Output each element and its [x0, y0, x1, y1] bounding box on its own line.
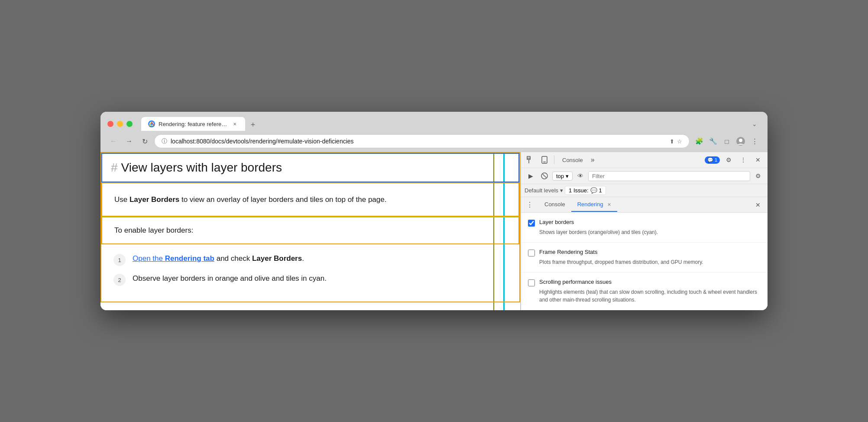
stop-button[interactable]: [538, 170, 551, 182]
address-input[interactable]: ⓘ localhost:8080/docs/devtools/rendering…: [154, 134, 690, 148]
stop-icon: [541, 172, 548, 179]
tab-bar: Rendering: feature reference - ✕ +: [141, 117, 743, 131]
step-1-number: 1: [113, 254, 126, 266]
frame-rendering-title: Frame Rendering Stats: [539, 249, 597, 255]
maximize-traffic-light[interactable]: [126, 121, 133, 127]
profile-icon[interactable]: [735, 135, 747, 147]
user-avatar-icon: [736, 137, 745, 146]
info-icon: ⓘ: [162, 137, 167, 145]
bookmark-icon[interactable]: ☆: [677, 138, 682, 145]
svg-line-11: [543, 174, 546, 178]
frame-rendering-checkbox[interactable]: [528, 250, 535, 256]
url-text: localhost:8080/docs/devtools/rendering/#…: [171, 138, 666, 145]
window-menu-button[interactable]: ⌄: [748, 119, 761, 129]
page-description-section: Use Layer Borders to view an overlay of …: [101, 182, 519, 217]
svg-rect-9: [543, 162, 546, 162]
layer-borders-checkbox[interactable]: [528, 220, 535, 227]
page-heading-section: # View layers with layer borders: [101, 153, 519, 182]
devtools-tabs-row: ⋮ Console Rendering ✕ ✕: [521, 197, 768, 213]
levels-select[interactable]: Default levels ▾: [525, 187, 563, 194]
toolbar-separator: [554, 156, 554, 164]
page-instruction-text: To enable layer borders:: [114, 226, 506, 235]
devtools-settings-button[interactable]: ⚙: [722, 154, 735, 166]
page-heading: # View layers with layer borders: [111, 161, 510, 175]
page-inner-border: # View layers with layer borders Use Lay…: [100, 152, 520, 302]
tab-title: Rendering: feature reference -: [159, 121, 228, 127]
step-2-text: Observe layer borders in orange and oliv…: [133, 273, 327, 284]
tabs-more-menu[interactable]: ⋮: [525, 197, 535, 212]
eye-icon-button[interactable]: 👁: [574, 170, 586, 182]
scrolling-performance-title: Scrolling performance issues: [539, 279, 612, 285]
notification-icon: 💬: [707, 157, 713, 163]
device-toolbar-button[interactable]: [538, 154, 551, 166]
run-button[interactable]: ▶: [525, 170, 537, 182]
devtools-more-menu[interactable]: ⋮: [737, 154, 749, 166]
filter-settings-button[interactable]: ⚙: [752, 170, 764, 182]
inspect-element-button[interactable]: [525, 154, 537, 166]
chrome-favicon-icon: [148, 120, 155, 127]
devtools-toolbar-1: Console » 💬 1 ⚙ ⋮ ✕: [521, 152, 768, 168]
layer-borders-description: Shows layer borders (orange/olive) and t…: [528, 228, 761, 236]
scrolling-performance-header: Scrolling performance issues: [528, 279, 761, 286]
devtools-tab-panel-close[interactable]: ✕: [752, 200, 764, 210]
share-icon[interactable]: ⬆: [670, 138, 674, 145]
devtools-toolbar-3: Default levels ▾ 1 Issue: 💬 1: [521, 184, 768, 197]
forward-button[interactable]: →: [123, 135, 135, 147]
scrolling-performance-checkbox[interactable]: [528, 279, 535, 286]
notification-count: 1: [715, 157, 717, 162]
extension-icon[interactable]: 🔧: [707, 135, 719, 147]
active-tab[interactable]: Rendering: feature reference - ✕: [141, 117, 245, 131]
devtools-toolbar-2: ▶ top ▾ 👁 ⚙: [521, 168, 768, 184]
issues-icon: 💬: [590, 187, 597, 194]
main-area: # View layers with layer borders Use Lay…: [100, 152, 768, 310]
refresh-button[interactable]: ↻: [139, 135, 151, 147]
inspect-icon: [527, 156, 534, 164]
devtools-right-controls: 💬 1 ⚙ ⋮ ✕: [705, 154, 764, 166]
window-controls-right: ⌄: [748, 119, 761, 129]
minimize-traffic-light[interactable]: [117, 121, 123, 127]
layer-borders-title: Layer borders: [539, 219, 574, 225]
context-select[interactable]: top ▾: [552, 172, 573, 181]
frame-rendering-header: Frame Rendering Stats: [528, 249, 761, 256]
heading-text: View layers with layer borders: [121, 161, 282, 175]
devtools-rendering-content: Layer borders Shows layer borders (orang…: [521, 213, 768, 310]
step-2: 2 Observe layer borders in orange and ol…: [113, 273, 507, 286]
context-value: top: [556, 173, 564, 179]
page-steps-section: 1 Open the Rendering tab and check Layer…: [101, 243, 519, 302]
step-2-number: 2: [113, 274, 126, 286]
issues-label: 1 Issue:: [569, 187, 589, 194]
new-tab-button[interactable]: +: [247, 119, 259, 131]
context-arrow-icon: ▾: [566, 173, 569, 179]
scrolling-performance-description: Highlights elements (teal) that can slow…: [528, 288, 761, 304]
browser-window: Rendering: feature reference - ✕ + ⌄ ← →…: [100, 112, 768, 310]
page-instruction-section: To enable layer borders:: [101, 217, 519, 243]
frame-rendering-item: Frame Rendering Stats Plots frame throug…: [521, 243, 768, 273]
layer-borders-item: Layer borders Shows layer borders (orang…: [521, 213, 768, 243]
device-icon: [541, 156, 548, 164]
console-tab-label[interactable]: Console: [558, 155, 587, 165]
rendering-tab-close-icon[interactable]: ✕: [607, 202, 611, 207]
split-screen-icon[interactable]: □: [721, 135, 733, 147]
devtools-close-button[interactable]: ✕: [752, 154, 764, 166]
issues-badge[interactable]: 1 Issue: 💬 1: [565, 186, 606, 195]
close-traffic-light[interactable]: [107, 121, 113, 127]
frame-rendering-description: Plots frame throughput, dropped frames d…: [528, 258, 761, 266]
extensions-icon[interactable]: 🧩: [693, 135, 705, 147]
notification-badge[interactable]: 💬 1: [705, 156, 720, 164]
svg-point-4: [739, 139, 742, 142]
back-button[interactable]: ←: [107, 135, 120, 147]
filter-input[interactable]: [588, 171, 750, 181]
console-tab[interactable]: Console: [538, 198, 571, 212]
page-description-text: Use Layer Borders to view an overlay of …: [114, 194, 506, 205]
title-bar: Rendering: feature reference - ✕ + ⌄: [100, 112, 768, 131]
tab-close-button[interactable]: ✕: [231, 120, 238, 127]
scrolling-performance-item: Scrolling performance issues Highlights …: [521, 273, 768, 310]
step-1: 1 Open the Rendering tab and check Layer…: [113, 253, 507, 266]
rendering-tab-link[interactable]: Open the Rendering tab: [133, 254, 214, 263]
address-bar: ← → ↻ ⓘ localhost:8080/docs/devtools/ren…: [100, 131, 768, 152]
step-1-text: Open the Rendering tab and check Layer B…: [133, 253, 304, 264]
more-tabs-button[interactable]: »: [589, 154, 596, 166]
devtools-panel: Console » 💬 1 ⚙ ⋮ ✕ ▶: [521, 152, 768, 310]
rendering-tab[interactable]: Rendering ✕: [571, 198, 618, 212]
browser-menu-button[interactable]: ⋮: [748, 135, 761, 147]
